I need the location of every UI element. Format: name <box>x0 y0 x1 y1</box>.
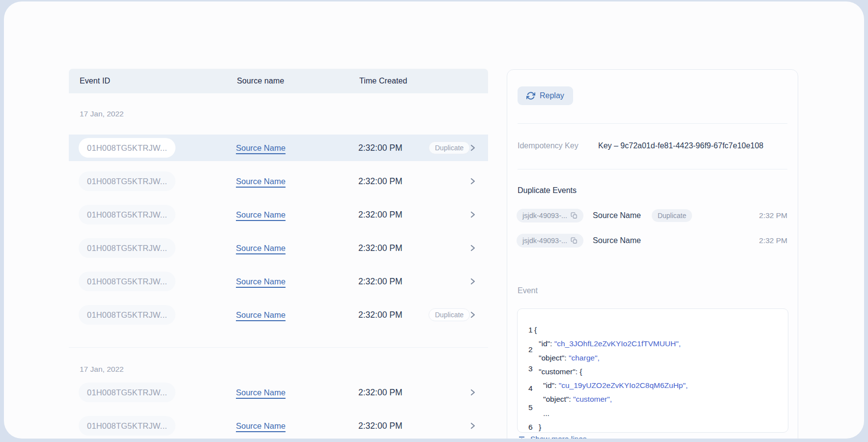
duplicate-badge: Duplicate <box>429 308 470 321</box>
duplicate-badge: Duplicate <box>429 141 470 154</box>
date-label: 17 Jan, 2022 <box>80 110 124 118</box>
source-name-link[interactable]: Source Name <box>236 388 286 397</box>
chevron-right-icon[interactable] <box>469 422 476 429</box>
event-detail-panel: Replay Idempotency Key Key – 9c72a01d-fe… <box>507 69 798 439</box>
event-section-title: Event <box>518 286 538 295</box>
duplicate-event-id: jsjdk-49093-... <box>522 237 567 245</box>
code-line: "id": "cu_19yUZO2eZvKYIo2C8qM6ZuHp", <box>534 379 688 392</box>
duplicate-badge: Duplicate <box>652 209 692 222</box>
replay-button-label: Replay <box>540 91 564 100</box>
code-content: { "id": "ch_3JOhfL2eZvKYIo2C1fTVMUUH", "… <box>534 309 688 432</box>
column-event-id: Event ID <box>80 77 237 85</box>
duplicate-event-id-pill[interactable]: jsjdk-49093-... <box>517 234 583 248</box>
chevron-right-icon[interactable] <box>469 311 476 318</box>
date-label: 17 Jan, 2022 <box>80 365 124 374</box>
table-row[interactable]: 01H008TG5KTRJW... Source Name 2:32:00 PM… <box>69 302 488 328</box>
date-group-header: 17 Jan, 2022 <box>69 93 488 135</box>
table-header: Event ID Source name Time Created <box>69 69 488 93</box>
event-id-pill: 01H008TG5KTRJW... <box>79 238 175 258</box>
duplicate-event-row: jsjdk-49093-... Source Name 2:32 PM <box>517 234 787 248</box>
source-name-link[interactable]: Source Name <box>236 210 286 219</box>
duplicate-event-source: Source Name <box>593 211 641 220</box>
time-created-cell: 2:32:00 PM <box>358 243 488 253</box>
source-name-link[interactable]: Source Name <box>236 244 286 252</box>
expand-lines-icon <box>518 435 525 439</box>
duplicate-event-id: jsjdk-49093-... <box>522 212 567 220</box>
show-more-lines-label: Show more lines <box>530 435 587 439</box>
code-line: "id": "ch_3JOhfL2eZvKYIo2C1fTVMUUH", <box>534 337 688 351</box>
code-line: ... <box>534 407 688 420</box>
chevron-right-icon[interactable] <box>469 144 476 151</box>
table-row[interactable]: 01H008TG5KTRJW... Source Name 2:32:00 PM <box>69 235 488 261</box>
source-name-link[interactable]: Source Name <box>236 310 286 319</box>
time-created-cell: 2:32:00 PM <box>358 276 488 287</box>
duplicate-event-time: 2:32 PM <box>759 211 787 220</box>
time-created-cell: 2:32:00 PM <box>358 176 488 187</box>
event-json-viewer: 1 2 3 4 5 6 { "id": "ch_3JOhfL2eZvKYIo2C… <box>517 308 788 433</box>
event-id-pill: 01H008TG5KTRJW... <box>79 305 175 325</box>
table-row[interactable]: 01H008TG5KTRJW... Source Name 2:32:00 PM… <box>69 135 488 161</box>
idempotency-key-value: Key – 9c72a01d-fe81-4423-96f9-67fc7e10e1… <box>598 141 763 150</box>
panel-divider <box>518 123 787 124</box>
code-line: { <box>534 323 688 337</box>
time-created-cell: 2:32:00 PM <box>358 210 488 220</box>
event-id-pill: 01H008TG5KTRJW... <box>79 138 175 158</box>
duplicate-event-row: jsjdk-49093-... Source Name Duplicate 2:… <box>517 209 787 222</box>
events-table: Event ID Source name Time Created 17 Jan… <box>69 69 488 439</box>
chevron-right-icon[interactable] <box>469 211 476 218</box>
refresh-icon <box>526 91 535 100</box>
event-id-pill: 01H008TG5KTRJW... <box>79 272 175 291</box>
duplicate-event-time: 2:32 PM <box>759 236 787 245</box>
replay-button[interactable]: Replay <box>518 86 573 105</box>
duplicate-event-id-pill[interactable]: jsjdk-49093-... <box>517 209 583 222</box>
column-source-name: Source name <box>237 77 359 85</box>
event-id-pill: 01H008TG5KTRJW... <box>79 383 175 402</box>
chevron-right-icon[interactable] <box>469 278 476 285</box>
table-row[interactable]: 01H008TG5KTRJW... Source Name 2:32:00 PM <box>69 168 488 194</box>
time-created-cell: 2:32:00 PM <box>358 387 488 398</box>
code-line: "customer": { <box>534 365 688 379</box>
show-more-lines-button[interactable]: Show more lines <box>518 435 587 439</box>
source-name-link[interactable]: Source Name <box>236 421 286 430</box>
chevron-right-icon[interactable] <box>469 245 476 251</box>
code-line-numbers: 1 2 3 4 5 6 <box>518 309 534 432</box>
column-time-created: Time Created <box>359 77 488 85</box>
panel-divider <box>518 169 787 169</box>
date-group-header: 17 Jan, 2022 <box>69 348 488 379</box>
code-line: } <box>534 420 688 433</box>
table-row[interactable]: 01H008TG5KTRJW... Source Name 2:32:00 PM <box>69 268 488 295</box>
code-line: "object": "customer", <box>534 392 688 406</box>
idempotency-key-label: Idempotency Key <box>518 141 579 150</box>
event-id-pill: 01H008TG5KTRJW... <box>79 205 175 224</box>
code-line: "object": "charge", <box>534 351 688 365</box>
source-name-link[interactable]: Source Name <box>236 277 286 286</box>
duplicate-events-title: Duplicate Events <box>518 186 577 195</box>
copy-icon[interactable] <box>571 237 578 244</box>
source-name-link[interactable]: Source Name <box>236 143 286 152</box>
event-id-pill: 01H008TG5KTRJW... <box>79 171 175 191</box>
duplicate-event-source: Source Name <box>593 236 641 245</box>
chevron-right-icon[interactable] <box>469 389 476 396</box>
time-created-cell: 2:32:00 PM <box>358 421 488 431</box>
chevron-right-icon[interactable] <box>469 178 476 185</box>
source-name-link[interactable]: Source Name <box>236 177 286 186</box>
table-row[interactable]: 01H008TG5KTRJW... Source Name 2:32:00 PM <box>69 413 488 439</box>
event-id-pill: 01H008TG5KTRJW... <box>79 416 175 436</box>
page-card: Event ID Source name Time Created 17 Jan… <box>4 1 864 439</box>
table-row[interactable]: 01H008TG5KTRJW... Source Name 2:32:00 PM <box>69 201 488 228</box>
table-row[interactable]: 01H008TG5KTRJW... Source Name 2:32:00 PM <box>69 379 488 406</box>
copy-icon[interactable] <box>571 212 578 219</box>
